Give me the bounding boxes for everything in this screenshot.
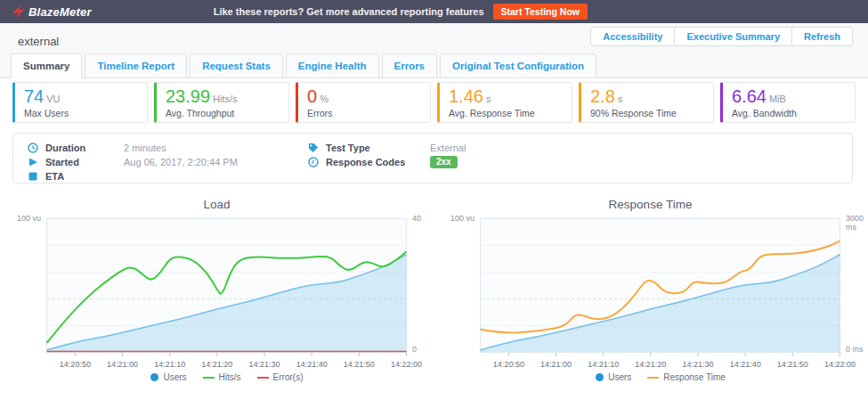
kpi-errors: 0% Errors [296,82,431,123]
tag-icon [308,143,319,153]
x-tick-label: 14:21:50 [769,360,815,369]
legend-line-icon [203,377,215,379]
info-row-started: Started Aug 06, 2017, 2:20:44 PM [28,156,238,168]
play-icon [28,157,38,167]
legend-label: Response Time [663,372,725,382]
chart-title: Response Time [434,198,867,211]
x-tick-label: 14:21:10 [147,360,193,369]
info-value: 2 minutes [124,143,166,153]
legend-item-hits[interactable]: Hits/s [203,372,241,382]
legend-label: Users [163,372,186,382]
x-tick-label: 14:21:10 [580,360,627,369]
plot-area [46,218,408,357]
kpi-unit: MiB [769,94,786,104]
legend-dot-icon [150,373,158,381]
tab-timeline-report[interactable]: Timeline Report [85,53,187,78]
kpi-value: 0 [307,86,317,106]
x-tick-label: 14:21:30 [241,360,288,369]
kpi-unit: Hits/s [213,94,238,104]
right-axis-top-label: 3000 ms [846,214,867,232]
info-row-test-type: Test Type External [308,142,466,154]
x-tick-label: 14:21:00 [100,360,146,369]
legend-item-users[interactable]: Users [596,372,631,382]
start-testing-now-button[interactable]: Start Testing Now [493,4,588,20]
load-chart: Load 100 vu 40 0 14:20:5014:21:0014:21:1… [0,194,434,386]
kpi-value: 1.46 [449,86,483,106]
legend-dot-icon [596,373,604,381]
legend-line-icon [257,377,269,379]
legend-line-icon [647,377,659,379]
x-tick-label: 14:20:50 [52,360,98,369]
x-tick-label: 14:22:00 [384,360,430,369]
charts-row: Load 100 vu 40 0 14:20:5014:21:0014:21:1… [0,194,867,386]
x-axis-labels: 14:20:5014:21:0014:21:1014:21:2014:21:30… [480,360,841,371]
legend-item-response-time[interactable]: Response Time [647,372,725,382]
kpi-row: 74VU Max Users 23.99Hits/s Avg. Throughp… [12,82,856,123]
plot-area [480,218,841,357]
legend-label: Users [608,372,631,382]
right-axis-top-label: 40 [412,214,421,223]
x-tick-label: 14:21:00 [533,360,580,369]
history-icon [308,157,319,167]
kpi-unit: s [618,94,623,104]
refresh-button[interactable]: Refresh [791,27,853,46]
kpi-value: 23.99 [166,86,210,106]
legend-item-errors[interactable]: Error(s) [257,372,304,382]
info-label: ETA [45,171,124,182]
tab-summary[interactable]: Summary [11,53,82,78]
kpi-max-users: 74VU Max Users [12,82,148,123]
x-tick-label: 14:21:20 [628,360,674,369]
kpi-avg-bandwidth: 6.64MiB Avg. Bandwidth [720,82,856,123]
kpi-avg-throughput: 23.99Hits/s Avg. Throughput [154,82,289,123]
promo-group: Like these reports? Get more advanced re… [0,0,588,23]
response-time-chart: Response Time 100 vu 3000 ms 0 ms 14:20:… [434,194,867,386]
executive-summary-button[interactable]: Executive Summary [674,27,792,46]
info-value: Aug 06, 2017, 2:20:44 PM [124,157,238,167]
kpi-label: Max Users [24,108,138,118]
x-axis-labels: 14:20:5014:21:0014:21:1014:21:2014:21:30… [46,360,408,371]
tab-request-stats[interactable]: Request Stats [190,53,283,78]
tab-engine-health[interactable]: Engine Health [286,53,379,78]
tab-errors[interactable]: Errors [382,53,438,78]
legend-label: Error(s) [273,372,304,382]
kpi-label: Errors [307,108,421,118]
info-label: Test Type [326,143,430,153]
legend-label: Hits/s [219,372,241,382]
kpi-unit: VU [46,94,60,104]
right-axis-bottom-label: 0 [412,345,417,354]
x-tick-label: 14:21:30 [675,360,721,369]
report-actions: Accessibility Executive Summary Refresh [590,27,853,46]
kpi-unit: s [486,94,491,104]
square-icon [28,171,38,182]
info-label: Response Codes [326,157,430,167]
kpi-value: 2.8 [590,86,615,106]
x-tick-label: 14:20:50 [485,360,531,369]
test-name-title: external [18,35,59,48]
tab-original-test-configuration[interactable]: Original Test Configuration [440,53,596,78]
x-tick-label: 14:21:40 [722,360,768,369]
kpi-label: Avg. Bandwidth [732,108,846,118]
info-label: Started [45,157,124,167]
legend-item-users[interactable]: Users [150,372,186,382]
right-axis-bottom-label: 0 ms [846,345,864,354]
left-axis-label: 100 vu [0,214,41,223]
chart-title: Load [0,198,434,211]
promo-text: Like these reports? Get more advanced re… [214,6,484,17]
chart-legend: Users Response Time [480,372,841,382]
accessibility-button[interactable]: Accessibility [590,27,675,46]
x-tick-label: 14:21:50 [336,360,382,369]
info-label: Duration [45,143,124,153]
kpi-value: 6.64 [732,86,767,106]
kpi-avg-response-time: 1.46s Avg. Response Time [437,82,572,123]
kpi-unit: % [320,94,329,104]
response-codes-badge[interactable]: 2xx [430,156,458,168]
x-tick-label: 14:22:00 [817,360,864,369]
left-axis-label: 100 vu [434,214,475,223]
kpi-label: 90% Response Time [590,108,704,118]
clock-icon [28,143,38,153]
x-tick-label: 14:21:20 [194,360,240,369]
test-info-panel: Duration 2 minutes Started Aug 06, 2017,… [12,133,853,184]
info-value: External [430,143,466,153]
info-row-duration: Duration 2 minutes [28,142,166,154]
info-row-eta: ETA [28,170,124,183]
